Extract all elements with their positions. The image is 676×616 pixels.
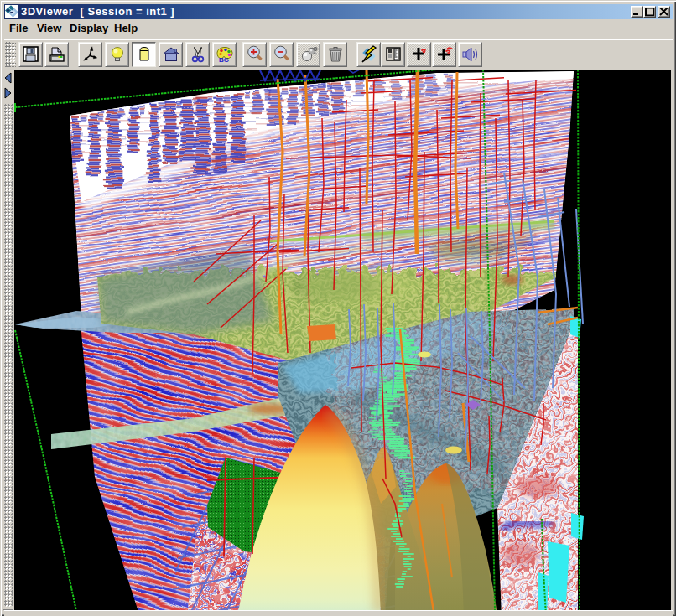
svg-text:BG: BG <box>219 56 229 64</box>
